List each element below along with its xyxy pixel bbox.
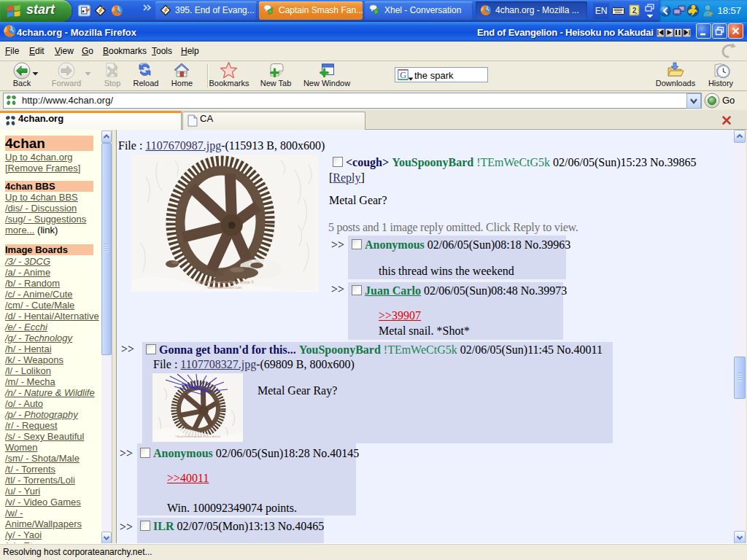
svg-text:©Brad Robinson for Chase Artic: ©Brad Robinson for Chase Article <box>175 435 221 438</box>
svg-text:©Brad Robinson for Chase Artic: ©Brad Robinson for Chase Article ® <box>196 280 254 284</box>
svg-text:G: G <box>400 70 406 80</box>
svg-text:www.bradrobinson.com: www.bradrobinson.com <box>208 286 242 289</box>
